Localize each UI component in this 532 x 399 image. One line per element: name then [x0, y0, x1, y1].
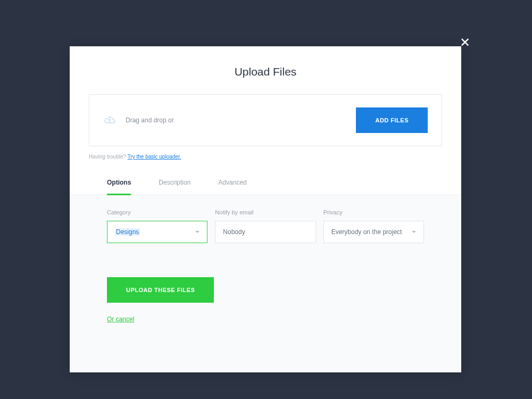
cloud-upload-icon — [103, 115, 116, 125]
privacy-label: Privacy — [323, 209, 424, 215]
notify-value: Nobody — [223, 228, 245, 236]
privacy-value: Everybody on the project — [331, 228, 402, 236]
dropzone[interactable]: Drag and drop or ADD FILES — [89, 94, 442, 146]
category-label: Category — [107, 209, 207, 215]
notify-label: Notify by email — [215, 209, 315, 215]
fields-row: Category Designs Notify by email Nobody … — [107, 209, 424, 243]
upload-modal: Upload Files Drag and drop or ADD FILES … — [70, 46, 461, 372]
tab-options[interactable]: Options — [107, 179, 131, 195]
cancel-link[interactable]: Or cancel — [107, 315, 134, 323]
help-text: Having trouble? Try the basic uploader. — [89, 154, 442, 160]
privacy-select[interactable]: Everybody on the project — [323, 221, 424, 243]
tab-description[interactable]: Description — [159, 179, 190, 195]
tabs: Options Description Advanced — [70, 179, 461, 195]
dropzone-left: Drag and drop or — [103, 115, 174, 125]
modal-title: Upload Files — [70, 46, 461, 94]
add-files-button[interactable]: ADD FILES — [356, 107, 428, 133]
tab-advanced[interactable]: Advanced — [218, 179, 246, 195]
field-privacy: Privacy Everybody on the project — [323, 209, 424, 243]
options-panel: Category Designs Notify by email Nobody … — [70, 195, 461, 372]
category-value: Designs — [115, 228, 140, 236]
basic-uploader-link[interactable]: Try the basic uploader. — [128, 154, 181, 160]
close-button[interactable]: ✕ — [460, 36, 470, 49]
chevron-down-icon — [412, 231, 416, 233]
category-select[interactable]: Designs — [107, 221, 207, 243]
dropzone-text: Drag and drop or — [126, 117, 174, 124]
field-category: Category Designs — [107, 209, 207, 243]
chevron-down-icon — [195, 231, 200, 233]
help-prefix: Having trouble? — [89, 154, 128, 160]
upload-button[interactable]: UPLOAD THESE FILES — [107, 277, 214, 303]
field-notify: Notify by email Nobody — [215, 209, 315, 243]
notify-select[interactable]: Nobody — [215, 221, 315, 243]
